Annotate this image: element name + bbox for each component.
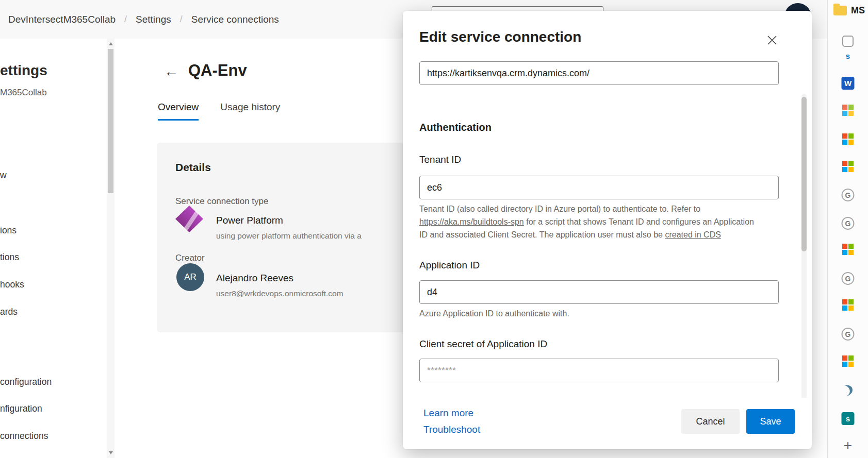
sharepoint-icon[interactable]: s [842,412,855,425]
office-grid-icon[interactable] [842,355,854,367]
sidebar-item-permissions[interactable]: ions [0,225,17,236]
sidebar-scrollbar-thumb[interactable] [108,49,113,193]
help-text: Tenant ID (also called directory ID in A… [419,205,700,213]
settings-project-fragment: M365Collab [0,88,47,98]
tab-group[interactable]: MS [833,5,865,16]
page-title: QA-Env [188,61,247,80]
authentication-heading: Authentication [419,121,779,133]
tab-overview[interactable]: Overview [158,101,199,121]
google-icon[interactable]: G [842,272,855,285]
sidebar-item-dashboards[interactable]: ards [0,307,18,317]
dialog-title: Edit service connection [419,28,795,46]
dialog-body: Authentication Tenant ID Tenant ID (also… [419,61,779,382]
google-icon[interactable]: G [842,328,855,341]
creator-label: Creator [175,253,205,263]
folder-icon [833,6,847,15]
tab-preview-icon[interactable] [842,36,854,47]
edit-service-connection-dialog: Edit service connection Authentication T… [403,11,812,449]
add-tab-icon[interactable]: + [844,439,852,452]
application-id-input[interactable] [419,280,779,304]
sidebar-item-github-connections[interactable]: connections [0,431,48,442]
breadcrumb: DevIntersectM365Collab / Settings / Serv… [8,0,279,39]
sidebar-item-service-hooks[interactable]: hooks [0,279,24,290]
office-grid-icon[interactable] [842,299,854,311]
back-arrow-icon[interactable]: ← [164,63,178,80]
google-icon[interactable]: G [842,217,855,230]
dialog-footer: Learn more Troubleshoot Cancel Save [403,398,812,449]
sidebar-item-overview[interactable]: w [0,170,7,181]
buildtools-spn-link[interactable]: https://aka.ms/buildtools-spn [419,217,524,226]
scroll-down-icon[interactable] [107,449,114,457]
footer-links: Learn more Troubleshoot [423,408,480,435]
word-icon[interactable]: W [842,77,855,90]
sidebar-item-notifications[interactable]: tions [0,252,19,263]
close-icon[interactable] [765,33,779,47]
tenant-id-label: Tenant ID [419,154,779,165]
power-platform-icon [174,205,204,235]
application-id-label: Application ID [419,260,779,271]
details-heading: Details [175,161,211,174]
breadcrumb-project[interactable]: DevIntersectM365Collab [8,14,116,25]
tenant-id-input[interactable] [419,176,779,199]
learn-more-link[interactable]: Learn more [423,408,480,419]
connection-type-description: using power platform authentication via … [216,231,362,241]
connection-type-name: Power Platform [216,215,283,226]
breadcrumb-settings[interactable]: Settings [136,14,171,25]
office-grid-icon[interactable] [842,105,854,116]
settings-title-fragment: ettings [0,62,47,79]
troubleshoot-link[interactable]: Troubleshoot [423,424,480,435]
scroll-up-icon[interactable] [107,40,114,48]
created-in-cds-link[interactable]: created in CDS [665,230,721,239]
cancel-button[interactable]: Cancel [681,409,740,434]
google-icon[interactable]: G [842,189,855,201]
office-grid-icon[interactable] [842,133,854,145]
office-grid-icon[interactable] [842,161,854,172]
sidebar-item-team-configuration[interactable]: nfiguration [0,403,42,414]
creator-name: Alejandro Reeves [216,273,293,284]
server-url-input[interactable] [419,61,779,85]
dialog-scrollbar-thumb[interactable] [801,97,807,251]
client-secret-input[interactable] [419,359,779,382]
tab-group-label: MS [851,5,865,16]
office-grid-icon[interactable] [842,244,854,255]
browser-sidebar: MS s W G G G G s + [827,0,868,458]
breadcrumb-separator: / [124,14,127,25]
creator-avatar: AR [176,263,204,291]
client-secret-label: Client secret of Application ID [419,338,779,350]
breadcrumb-service-connections[interactable]: Service connections [191,14,279,25]
tab-usage-history[interactable]: Usage history [220,101,280,121]
sidebar-item-project-configuration[interactable]: configuration [0,377,52,387]
swoosh-app-icon[interactable] [841,384,855,399]
tab-bar: Overview Usage history [158,101,280,121]
sidebar-scrollbar[interactable] [107,39,114,458]
settings-sidebar: ettings M365Collab w ions tions hooks ar… [0,39,107,458]
save-button[interactable]: Save [746,409,795,434]
creator-email: user8@wrkdevops.onmicrosoft.com [216,289,343,298]
breadcrumb-separator: / [180,14,183,25]
application-id-help: Azure Application ID to authenticate wit… [419,307,760,320]
screen: DevIntersectM365Collab / Settings / Serv… [0,0,868,458]
site-favicon-s[interactable]: s [846,52,850,60]
details-card: Details Service connection type [157,143,446,332]
tenant-id-help: Tenant ID (also called directory ID in A… [419,202,760,241]
